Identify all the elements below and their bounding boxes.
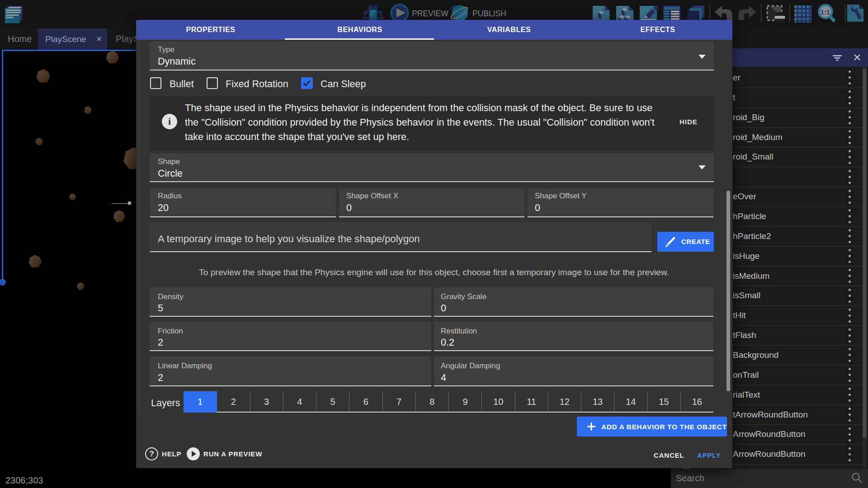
- svg-text:1:1: 1:1: [821, 8, 830, 16]
- svg-text:PREVIEW: PREVIEW: [412, 9, 448, 18]
- svg-text:PUBLISH: PUBLISH: [472, 9, 506, 18]
